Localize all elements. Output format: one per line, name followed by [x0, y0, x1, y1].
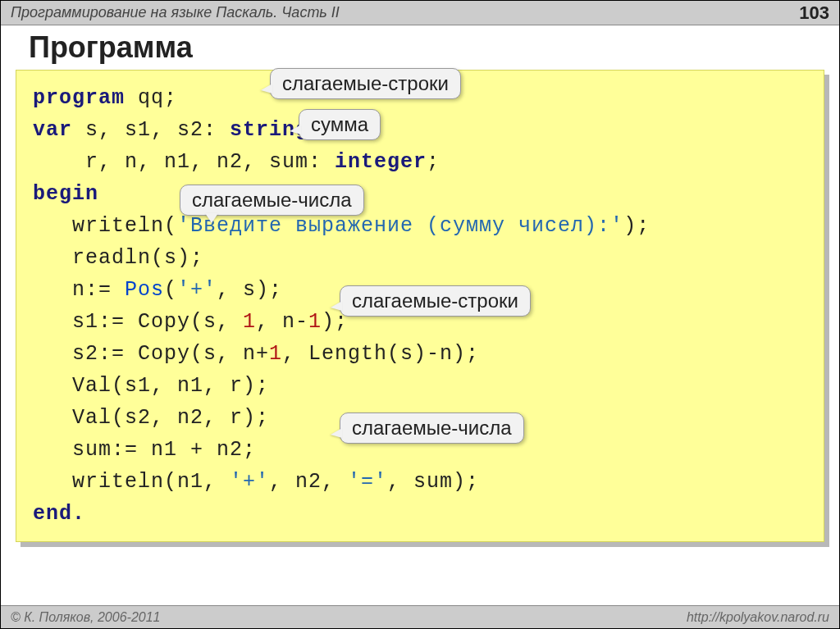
code-text: readln(s); [33, 246, 203, 270]
callout-strings-2: слагаемые-строки [340, 285, 531, 317]
footer-url: http://kpolyakov.narod.ru [687, 610, 829, 625]
page-number: 103 [799, 2, 829, 24]
code-block: program qq; var s, s1, s2: string; r, n,… [16, 70, 824, 542]
callout-strings-1: слагаемые-строки [270, 68, 461, 99]
code-text: s, s1, s2: [72, 118, 230, 142]
kw-begin: begin [33, 182, 98, 206]
kw-program: program [33, 86, 125, 110]
string-literal: '+' [177, 278, 217, 302]
code-text: ( [164, 278, 177, 302]
slide: Программирование на языке Паскаль. Часть… [0, 0, 840, 629]
header-title: Программирование на языке Паскаль. Часть… [11, 4, 340, 21]
code-text: n:= [33, 278, 125, 302]
num-literal: 1 [243, 310, 256, 334]
kw-end: end. [33, 502, 85, 526]
num-literal: 1 [308, 310, 322, 334]
string-literal: '+' [230, 470, 269, 494]
fn-pos: Pos [125, 278, 164, 302]
code-text: , n2, [269, 470, 348, 494]
code-text: , Length(s)-n); [282, 342, 479, 366]
code-text: , s); [217, 278, 282, 302]
callout-sum: сумма [299, 109, 381, 140]
callout-numbers-1: слагаемые-числа [180, 185, 364, 216]
code-text: , n- [256, 310, 308, 334]
header-bar: Программирование на языке Паскаль. Часть… [1, 1, 839, 25]
kw-var: var [33, 118, 72, 142]
kw-integer: integer [335, 150, 427, 174]
code-text: writeln( [33, 214, 177, 238]
code-text: , sum); [387, 470, 479, 494]
code-text: s2:= Copy(s, n+ [33, 342, 269, 366]
footer-bar: © К. Поляков, 2006-2011 http://kpolyakov… [1, 605, 839, 628]
code-text: Val(s2, n2, r); [33, 406, 269, 430]
code-text: r, n, n1, n2, sum: [33, 150, 335, 174]
num-literal: 1 [269, 342, 282, 366]
code-text: ); [623, 214, 650, 238]
string-literal: 'Введите выражение (сумму чисел):' [177, 214, 623, 238]
code-text: sum:= n1 + n2; [33, 438, 256, 462]
footer-copyright: © К. Поляков, 2006-2011 [11, 610, 160, 625]
page-title: Программа [1, 25, 839, 71]
code-text: Val(s1, n1, r); [33, 374, 269, 398]
code-text: qq; [125, 86, 177, 110]
code-text: s1:= Copy(s, [33, 310, 243, 334]
string-literal: '=' [348, 470, 387, 494]
callout-numbers-2: слагаемые-числа [340, 412, 524, 444]
code-text: ; [427, 150, 440, 174]
code-text: writeln(n1, [33, 470, 230, 494]
